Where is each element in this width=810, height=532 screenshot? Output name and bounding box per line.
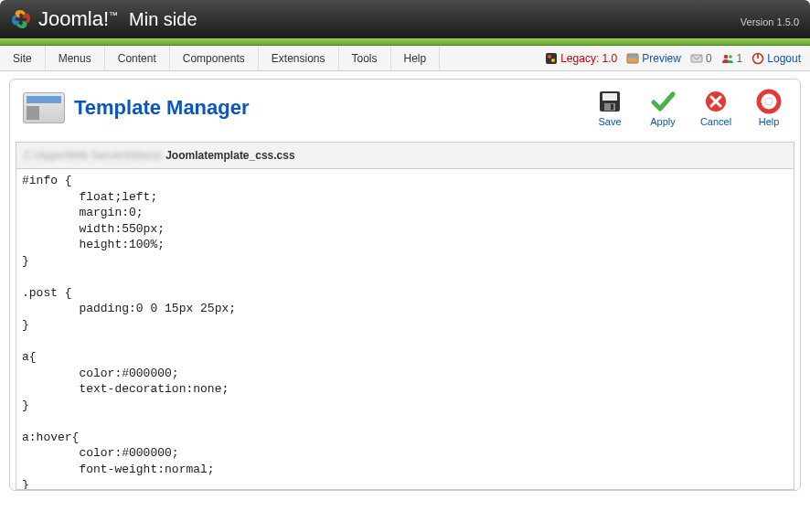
svg-rect-4	[628, 55, 637, 58]
menu-help[interactable]: Help	[391, 46, 441, 70]
preview-icon	[626, 52, 639, 65]
menu-site[interactable]: Site	[0, 46, 46, 70]
logout-link[interactable]: Logout	[751, 52, 801, 65]
svg-rect-0	[546, 53, 557, 64]
help-button[interactable]: Help	[751, 89, 787, 127]
logout-icon	[751, 52, 764, 65]
code-editor[interactable]: #info { float;left; margin:0; width:550p…	[16, 168, 794, 490]
svg-rect-12	[604, 103, 615, 111]
mail-count-value: 0	[706, 52, 712, 65]
svg-point-1	[548, 55, 551, 59]
svg-point-6	[723, 54, 727, 58]
preview-link[interactable]: Preview	[626, 52, 681, 65]
user-count: 1	[721, 52, 743, 65]
menu-list: Site Menus Content Components Extensions…	[0, 46, 440, 70]
page-title: Template Manager	[74, 96, 250, 120]
save-label: Save	[598, 116, 621, 127]
menu-menus[interactable]: Menus	[46, 46, 105, 70]
menu-extensions[interactable]: Extensions	[259, 46, 339, 70]
user-count-value: 1	[737, 52, 743, 65]
users-icon	[721, 52, 734, 65]
svg-point-7	[729, 55, 732, 59]
apply-label: Apply	[650, 116, 676, 127]
svg-point-2	[551, 59, 555, 62]
cancel-button[interactable]: Cancel	[698, 89, 734, 127]
main-menubar: Site Menus Content Components Extensions…	[0, 46, 810, 71]
logout-label: Logout	[767, 52, 801, 65]
legacy-indicator[interactable]: Legacy: 1.0	[545, 52, 617, 65]
menu-content[interactable]: Content	[105, 46, 170, 70]
toolbar: Save Apply Cancel	[592, 89, 787, 127]
save-icon	[597, 89, 623, 114]
page-head: Template Manager Save Apply	[10, 80, 800, 129]
preview-label: Preview	[642, 52, 681, 65]
site-title: Min side	[129, 9, 197, 30]
svg-rect-13	[611, 104, 613, 110]
mail-icon	[690, 52, 703, 65]
mail-count: 0	[690, 52, 712, 65]
accent-bar	[0, 38, 810, 46]
svg-rect-11	[602, 93, 617, 101]
brand-text: Joomla!™	[38, 7, 118, 31]
help-icon	[756, 89, 782, 114]
joomla-logo-icon	[9, 7, 33, 31]
apply-icon	[650, 89, 676, 114]
file-name: Joomlatemplate_css.css	[165, 149, 294, 162]
status-area: Legacy: 1.0 Preview 0 1 Logout	[536, 46, 810, 70]
editor-area: C:\Apps\Web Server\htdocs\ Joomlatemplat…	[16, 142, 794, 490]
main-panel: Template Manager Save Apply	[9, 79, 801, 491]
app-header: Joomla!™ Min side Version 1.5.0	[0, 0, 810, 38]
menu-tools[interactable]: Tools	[339, 46, 391, 70]
cancel-icon	[703, 89, 729, 114]
menu-components[interactable]: Components	[170, 46, 259, 70]
save-button[interactable]: Save	[592, 89, 628, 127]
legacy-label: Legacy: 1.0	[560, 52, 617, 65]
apply-button[interactable]: Apply	[645, 89, 681, 127]
file-path-prefix: C:\Apps\Web Server\htdocs\	[24, 149, 162, 162]
version-label: Version 1.5.0	[741, 16, 799, 27]
code-content[interactable]: #info { float;left; margin:0; width:550p…	[16, 169, 794, 490]
legacy-icon	[545, 52, 558, 65]
file-path-header: C:\Apps\Web Server\htdocs\ Joomlatemplat…	[16, 142, 794, 168]
cancel-label: Cancel	[700, 116, 731, 127]
template-manager-icon	[23, 92, 65, 123]
help-label: Help	[759, 116, 780, 127]
svg-point-16	[765, 98, 773, 105]
